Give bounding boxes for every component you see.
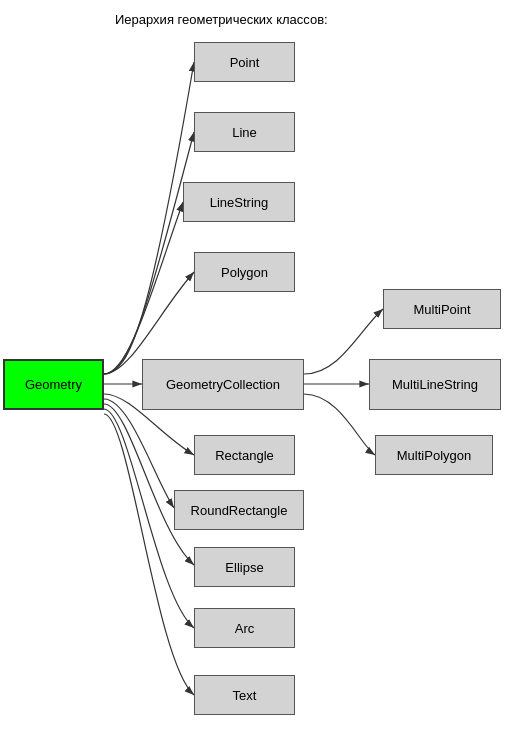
node-arc: Arc bbox=[194, 608, 295, 648]
diagram-title: Иерархия геометрических классов: bbox=[115, 12, 328, 27]
node-multipoint: MultiPoint bbox=[383, 289, 501, 329]
diagram-container: Иерархия геометрических классов: bbox=[0, 0, 512, 737]
node-linestring: LineString bbox=[183, 182, 295, 222]
node-text: Text bbox=[194, 675, 295, 715]
node-geometrycollection: GeometryCollection bbox=[142, 359, 304, 410]
node-geometry: Geometry bbox=[3, 359, 104, 410]
node-rectangle: Rectangle bbox=[194, 435, 295, 475]
node-point: Point bbox=[194, 42, 295, 82]
node-multilinestring: MultiLineString bbox=[369, 359, 501, 410]
node-multipolygon: MultiPolygon bbox=[375, 435, 493, 475]
node-roundrectangle: RoundRectangle bbox=[174, 490, 304, 530]
node-ellipse: Ellipse bbox=[194, 547, 295, 587]
node-polygon: Polygon bbox=[194, 252, 295, 292]
node-line: Line bbox=[194, 112, 295, 152]
